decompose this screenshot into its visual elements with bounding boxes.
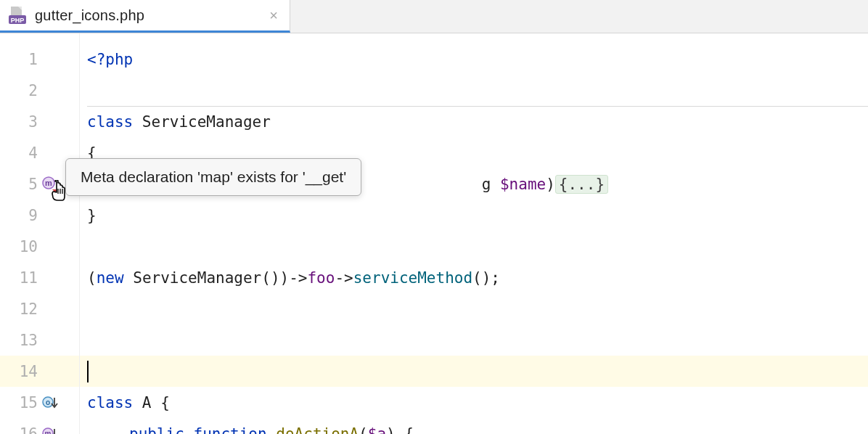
text-caret (87, 361, 89, 382)
property: foo (307, 269, 335, 287)
gutter-row: 15 o (0, 387, 79, 418)
code-line[interactable] (80, 231, 868, 262)
brace: { (160, 394, 170, 412)
line-number: 4 (6, 144, 38, 162)
function-name: doActionA (276, 425, 359, 435)
php-open-tag: <?php (87, 51, 133, 68)
paren: ( (87, 269, 97, 287)
line-number: 12 (6, 300, 38, 318)
gutter-row: 3 (0, 106, 79, 137)
keyword-class: class (87, 113, 142, 131)
line-number: 13 (6, 332, 38, 349)
code-line[interactable] (80, 324, 868, 356)
gutter-row: 1 (0, 44, 79, 75)
meta-down-icon[interactable]: m (42, 426, 58, 435)
paren: ( (359, 425, 368, 435)
gutter-row: 13 (0, 324, 79, 356)
method-call: serviceMethod (353, 269, 472, 287)
code-fold-region[interactable]: {...} (555, 175, 608, 194)
paren: ) (546, 176, 555, 193)
file-tab[interactable]: PHP gutter_icons.php × (0, 0, 290, 33)
gutter-row: 14 (0, 356, 79, 387)
brace: } (87, 207, 97, 224)
svg-text:PHP: PHP (11, 17, 25, 24)
svg-text:m: m (45, 430, 52, 435)
line-number: 2 (6, 82, 38, 99)
variable: $name (500, 176, 546, 193)
line-number: 15 (6, 394, 38, 412)
variable: $a (368, 425, 386, 435)
code-line[interactable]: class A { (80, 387, 868, 418)
override-icon[interactable]: o (42, 395, 58, 411)
tab-filename: gutter_icons.php (35, 7, 144, 24)
gutter-row: 2 (0, 75, 79, 106)
php-file-icon: PHP (7, 5, 28, 25)
gutter-row: 12 (0, 293, 79, 324)
code-line-current[interactable] (80, 356, 868, 387)
keyword-function: function (194, 425, 277, 435)
line-number: 10 (6, 238, 38, 255)
gutter-row: 10 (0, 231, 79, 262)
code-area[interactable]: <?php class ServiceManager { Meta declar… (80, 33, 868, 434)
keyword-class: class (87, 394, 142, 412)
gutter-tooltip: Meta declaration 'map' exists for '__get… (65, 158, 361, 196)
punct: (); (472, 269, 500, 287)
code-line[interactable] (80, 293, 868, 324)
tooltip-text: Meta declaration 'map' exists for '__get… (81, 168, 346, 185)
code-line[interactable]: } (80, 200, 868, 231)
class-name: ServiceManager (142, 113, 271, 131)
line-number: 1 (6, 51, 38, 68)
arrow: -> (335, 269, 353, 287)
line-number: 9 (6, 207, 38, 224)
keyword-public: public (129, 425, 194, 435)
code-line[interactable]: <?php (80, 44, 868, 75)
code-fragment: g (482, 176, 500, 193)
tab-bar: PHP gutter_icons.php × (0, 0, 868, 33)
gutter-row: 16 m (0, 418, 79, 434)
line-number: 14 (6, 363, 38, 380)
svg-text:o: o (46, 398, 50, 406)
pointer-cursor-icon (49, 180, 70, 205)
close-icon[interactable]: × (269, 8, 278, 22)
horizontal-rule (87, 106, 868, 107)
code-line[interactable] (80, 75, 868, 106)
punct: ) { (386, 425, 414, 435)
gutter-row: 11 (0, 262, 79, 293)
code-line[interactable]: class ServiceManager (80, 106, 868, 137)
punct: ())-> (261, 269, 307, 287)
line-number: 16 (6, 425, 38, 435)
line-number: 3 (6, 113, 38, 131)
editor: 1 2 3 4 5 m (0, 33, 868, 434)
code-line[interactable]: (new ServiceManager())->foo->serviceMeth… (80, 262, 868, 293)
keyword-new: new (97, 269, 134, 287)
class-name: ServiceManager (133, 269, 261, 287)
line-number: 11 (6, 269, 38, 287)
gutter: 1 2 3 4 5 m (0, 33, 80, 434)
code-line[interactable]: public function doActionA($a) { (80, 418, 868, 434)
line-number: 5 (6, 176, 38, 193)
class-name: A (142, 394, 160, 412)
